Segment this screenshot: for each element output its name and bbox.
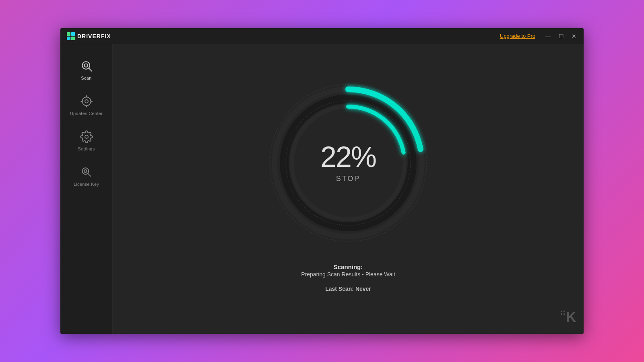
svg-point-10	[82, 168, 89, 174]
k-watermark: K	[561, 309, 576, 326]
svg-point-0	[82, 62, 90, 69]
svg-line-1	[89, 68, 92, 71]
sidebar: Scan Updates Center	[60, 44, 113, 334]
scan-status-title: Scanning:	[301, 263, 395, 270]
sidebar-license-label: License Key	[74, 182, 99, 187]
app-body: Scan Updates Center	[60, 44, 584, 334]
title-bar-right: Upgrade to Pro — ☐ ✕	[500, 33, 577, 39]
svg-point-9	[85, 135, 88, 138]
title-bar-left: DRIVERFIX	[67, 32, 111, 40]
scan-stop-button[interactable]: STOP	[336, 175, 361, 183]
window-controls: — ☐ ✕	[545, 33, 577, 39]
maximize-button[interactable]: ☐	[558, 33, 564, 39]
logo-icon	[67, 32, 75, 40]
sidebar-item-scan[interactable]: Scan	[60, 52, 112, 88]
svg-point-11	[84, 170, 87, 173]
main-content: 22% STOP Scanning: Preparing Scan Result…	[113, 44, 584, 334]
scan-inner: 22% STOP	[320, 142, 376, 183]
license-icon	[80, 166, 93, 179]
scan-icon	[80, 60, 93, 72]
k-dots	[561, 311, 565, 315]
scan-status-subtitle: Preparing Scan Results - Please Wait	[301, 271, 395, 278]
sidebar-item-settings[interactable]: Settings	[60, 123, 112, 158]
sidebar-item-license[interactable]: License Key	[60, 158, 112, 194]
app-name: DRIVERFIX	[77, 33, 111, 39]
sidebar-item-updates[interactable]: Updates Center	[60, 88, 112, 123]
svg-point-3	[82, 97, 91, 105]
sidebar-scan-label: Scan	[81, 76, 91, 80]
minimize-button[interactable]: —	[545, 33, 551, 39]
app-logo: DRIVERFIX	[67, 32, 111, 40]
title-bar: DRIVERFIX Upgrade to Pro — ☐ ✕	[60, 28, 584, 44]
scan-status: Scanning: Preparing Scan Results - Pleas…	[301, 263, 395, 278]
close-button[interactable]: ✕	[571, 33, 577, 39]
upgrade-link[interactable]: Upgrade to Pro	[500, 33, 535, 39]
sidebar-settings-label: Settings	[78, 146, 95, 151]
sidebar-updates-label: Updates Center	[70, 111, 103, 116]
svg-point-2	[84, 64, 87, 67]
updates-icon	[80, 95, 93, 108]
last-scan: Last Scan: Never	[325, 286, 371, 292]
app-window: DRIVERFIX Upgrade to Pro — ☐ ✕	[60, 28, 584, 334]
scan-circle-container: 22% STOP	[264, 78, 433, 247]
settings-icon	[80, 130, 93, 143]
svg-point-4	[85, 100, 88, 103]
k-letter: K	[566, 309, 576, 326]
scan-percentage: 22%	[320, 142, 376, 171]
